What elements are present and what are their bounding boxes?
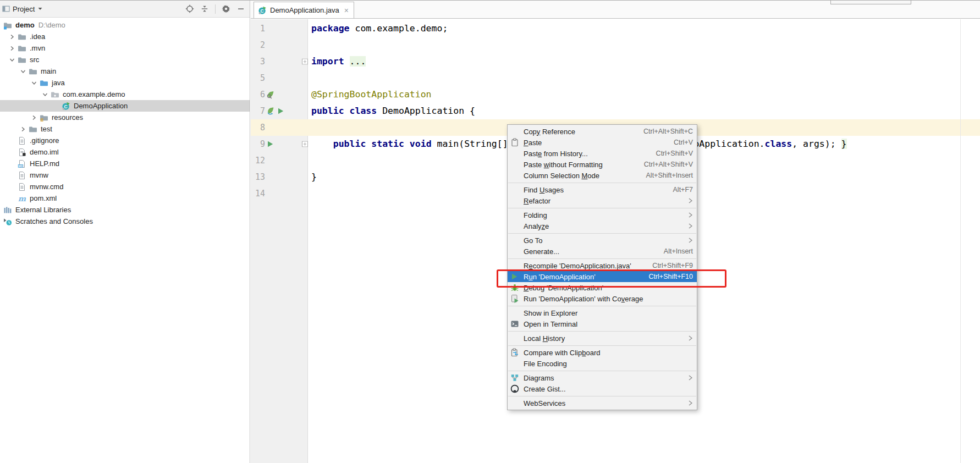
- menu-item-recompile-demoapplication-java[interactable]: Recompile 'DemoApplication.java'Ctrl+Shi…: [508, 260, 697, 271]
- hide-button[interactable]: [236, 4, 245, 13]
- tree-item-idea[interactable]: .idea: [0, 31, 250, 42]
- line-number: 3: [251, 53, 265, 70]
- fold-expand-icon: [302, 141, 308, 147]
- collapse-all-button[interactable]: [200, 4, 209, 13]
- menu-item-webservices[interactable]: WebServices: [508, 398, 697, 409]
- spring-run-icon[interactable]: [266, 107, 275, 115]
- chevron-right-icon[interactable]: [7, 33, 18, 41]
- menu-item-shortcut: Ctrl+Shift+V: [656, 150, 693, 157]
- tree-item-mvn[interactable]: .mvn: [0, 42, 250, 54]
- tree-item-mvnw[interactable]: mvnw: [0, 169, 250, 181]
- chevron-down-icon[interactable]: [18, 68, 29, 75]
- file-icon: [18, 171, 27, 180]
- menu-item-analyze[interactable]: Analyze: [508, 221, 697, 232]
- menu-item-paste-without-formatting[interactable]: Paste without FormattingCtrl+Alt+Shift+V: [508, 159, 697, 170]
- close-icon[interactable]: ×: [344, 6, 349, 15]
- tab-demoapplication-java[interactable]: C DemoApplication.java ×: [254, 2, 354, 18]
- tree-item-help-md[interactable]: MDHELP.md: [0, 158, 250, 169]
- menu-item-right: Alt+Shift+Insert: [646, 172, 693, 179]
- run-icon[interactable]: [266, 140, 274, 148]
- tree-item-demoapplication[interactable]: CDemoApplication: [0, 100, 250, 112]
- project-panel-title[interactable]: Project: [13, 5, 35, 13]
- code-text: @SpringBootApplication: [311, 86, 432, 103]
- locate-button[interactable]: [185, 4, 194, 13]
- tree-item-main[interactable]: main: [0, 65, 250, 77]
- menu-item-label: Run 'DemoApplication': [524, 273, 596, 281]
- menu-item-refactor[interactable]: Refactor: [508, 195, 697, 206]
- tree-item-test[interactable]: test: [0, 123, 250, 135]
- menu-item-show-in-explorer[interactable]: Show in Explorer: [508, 307, 697, 318]
- tree-item-label: java: [52, 79, 65, 87]
- menu-item-paste[interactable]: PasteCtrl+V: [508, 137, 697, 148]
- menu-item-compare-with-clipboard[interactable]: Compare with Clipboard: [508, 347, 697, 358]
- tree-item-demo[interactable]: demoD:\demo: [0, 19, 250, 31]
- chevron-right-icon[interactable]: [18, 125, 29, 133]
- menu-item-run-demoapplication[interactable]: Run 'DemoApplication'Ctrl+Shift+F10: [508, 271, 697, 282]
- code-segment: com.example.demo;: [355, 23, 448, 34]
- submenu-arrow-icon: [688, 197, 693, 204]
- chevron-down-icon[interactable]: [40, 91, 51, 98]
- project-folder-icon: [3, 21, 13, 30]
- tree-item-external-libraries[interactable]: External Libraries: [0, 204, 250, 216]
- tree-item-demo-iml[interactable]: demo.iml: [0, 146, 250, 158]
- menu-item-local-history[interactable]: Local History: [508, 333, 697, 344]
- menu-item-label: Copy Reference: [524, 128, 575, 136]
- menu-item-shortcut: Alt+Shift+Insert: [646, 172, 693, 179]
- menu-item-label: Open in Terminal: [524, 320, 577, 328]
- folder-icon: [18, 44, 27, 53]
- tree-indent: [0, 152, 7, 152]
- run-icon: [510, 273, 521, 280]
- tree-item-mvnw-cmd[interactable]: mvnw.cmd: [0, 181, 250, 192]
- menu-item-right: Ctrl+Shift+V: [656, 150, 693, 157]
- chevron-right-icon[interactable]: [7, 45, 18, 52]
- tree-item-src[interactable]: src: [0, 54, 250, 65]
- menu-item-column-selection-mode[interactable]: Column Selection ModeAlt+Shift+Insert: [508, 170, 697, 181]
- menu-item-create-gist[interactable]: Create Gist...: [508, 383, 697, 394]
- menu-item-copy-reference[interactable]: Copy ReferenceCtrl+Alt+Shift+C: [508, 126, 697, 137]
- menu-item-paste-from-history[interactable]: Paste from History...Ctrl+Shift+V: [508, 148, 697, 159]
- menu-item-generate[interactable]: Generate...Alt+Insert: [508, 246, 697, 257]
- menu-item-run-demoapplication-with-coverage[interactable]: Run 'DemoApplication' with Coverage: [508, 293, 697, 304]
- fold-expand-marker[interactable]: [302, 141, 308, 147]
- menu-item-debug-demoapplication[interactable]: Debug 'DemoApplication': [508, 282, 697, 293]
- menu-item-right: Alt+Insert: [664, 247, 693, 255]
- run-icon[interactable]: [277, 107, 284, 115]
- tree-item-resources[interactable]: resources: [0, 112, 250, 123]
- settings-icon: [222, 4, 230, 13]
- menu-item-folding[interactable]: Folding: [508, 210, 697, 221]
- tree-item-java[interactable]: java: [0, 77, 250, 89]
- chevron-down-icon[interactable]: [7, 56, 18, 64]
- submenu-arrow-icon: [688, 374, 693, 381]
- tree-item-scratches-and-consoles[interactable]: Scratches and Consoles: [0, 216, 250, 227]
- menu-item-file-encoding[interactable]: File Encoding: [508, 358, 697, 369]
- libraries-icon: [3, 206, 12, 214]
- menu-item-label: Show in Explorer: [524, 309, 577, 317]
- menu-separator: [508, 371, 696, 371]
- chevron-down-icon[interactable]: [37, 6, 43, 12]
- menu-item-shortcut: Ctrl+Shift+F10: [648, 273, 693, 280]
- code-segment: }: [311, 172, 317, 182]
- menu-item-find-usages[interactable]: Find UsagesAlt+F7: [508, 184, 697, 195]
- tree-item-gitignore[interactable]: .gitignore: [0, 135, 250, 146]
- chevron-right-icon[interactable]: [29, 114, 40, 122]
- menu-item-open-in-terminal[interactable]: Open in Terminal: [508, 318, 697, 329]
- submenu-arrow-icon: [688, 237, 693, 244]
- tree-item-pom-xml[interactable]: mpom.xml: [0, 192, 250, 204]
- file-icon: [18, 183, 26, 191]
- menu-item-diagrams[interactable]: Diagrams: [508, 372, 697, 383]
- menu-item-go-to[interactable]: Go To: [508, 235, 697, 246]
- spring-bean-icon[interactable]: [266, 90, 275, 99]
- tree-indent: [0, 186, 7, 187]
- folder-icon: [18, 56, 26, 64]
- chevron-down-icon[interactable]: [29, 79, 40, 87]
- tree-item-label: pom.xml: [30, 194, 57, 202]
- code-text: }: [311, 169, 317, 185]
- chevron-right-icon: [19, 125, 27, 133]
- settings-button[interactable]: [222, 4, 230, 13]
- tree-indent: [0, 59, 7, 60]
- fold-expand-marker[interactable]: [302, 59, 308, 65]
- menu-separator: [508, 183, 696, 183]
- tree-item-label: .idea: [30, 32, 45, 41]
- menu-separator: [508, 331, 696, 332]
- tree-item-com-example-demo[interactable]: com.example.demo: [0, 89, 250, 100]
